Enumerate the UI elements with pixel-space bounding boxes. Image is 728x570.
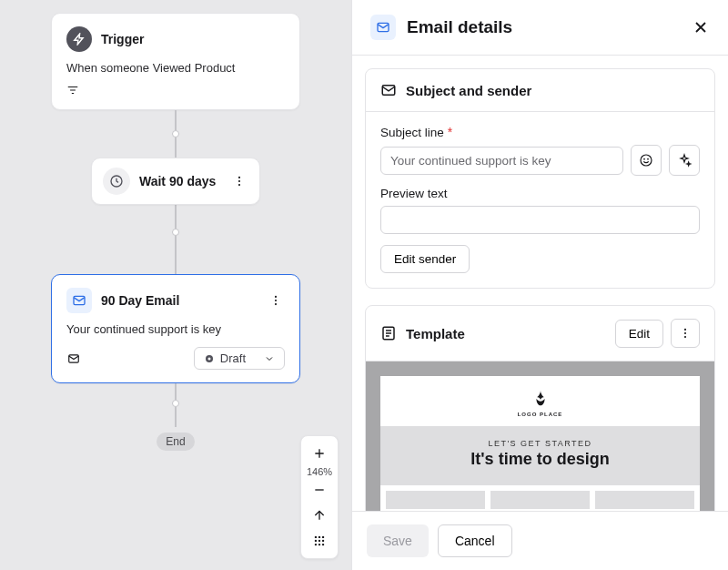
svg-point-2 [238,180,240,182]
svg-point-3 [238,184,240,186]
zoom-in-button[interactable] [301,441,338,466]
svg-point-13 [322,536,324,538]
panel-title: Email details [407,17,512,37]
connector-dot [172,130,179,137]
logo-icon [529,389,552,409]
svg-point-22 [641,155,652,166]
svg-point-14 [315,540,317,542]
required-indicator: * [448,125,452,139]
svg-point-18 [318,544,320,545]
email-node-subtitle: Your continued support is key [66,322,285,336]
mail-icon [370,15,396,40]
template-kicker: LET'S GET STARTED [380,439,700,448]
card-title: Template [406,326,465,341]
trigger-title: Trigger [101,32,144,46]
zoom-controls: 146% [300,435,339,559]
grid-button[interactable] [301,528,338,554]
connector-dot [172,229,179,236]
svg-point-11 [315,536,317,538]
svg-point-17 [315,544,317,545]
svg-point-23 [644,158,645,159]
chevron-down-icon [264,353,275,364]
preview-label: Preview text [380,187,448,200]
template-preview: LOGO PLACE LET'S GET STARTED It's time t… [366,361,714,511]
card-title: Subject and sender [406,83,531,98]
lightning-icon [66,26,92,52]
mail-outline-icon [380,82,397,98]
edit-sender-button[interactable]: Edit sender [380,245,470,273]
template-card: Template Edit LOGO PLACE LET'S GET START… [365,305,715,511]
zoom-percent: 146% [307,466,332,477]
svg-point-15 [318,540,320,542]
ai-sparkle-button[interactable] [669,145,700,176]
filter-icon[interactable] [66,84,285,97]
wait-label: Wait 90 days [139,174,216,188]
clock-icon [103,168,130,195]
mail-icon [66,288,92,313]
email-node-menu-button[interactable] [267,291,285,310]
email-node-title: 90 Day Email [101,293,179,308]
email-node-selected[interactable]: 90 Day Email Your continued support is k… [51,274,300,383]
svg-point-26 [684,329,686,331]
emoji-button[interactable] [631,145,662,176]
svg-point-12 [318,536,320,538]
status-dropdown[interactable]: Draft [194,347,285,370]
logo-text: LOGO PLACE [518,412,563,417]
svg-point-19 [322,544,324,545]
wait-menu-button[interactable] [230,172,248,190]
wait-node[interactable]: Wait 90 days [91,158,260,205]
svg-point-7 [275,303,277,305]
subject-sender-card: Subject and sender Subject line * [365,68,715,289]
svg-point-27 [684,332,686,334]
subject-label: Subject line [380,126,444,139]
svg-point-6 [275,300,277,301]
save-button[interactable]: Save [367,524,429,557]
flow-canvas[interactable]: Trigger When someone Viewed Product Wait… [0,0,351,570]
trigger-subtitle: When someone Viewed Product [66,61,285,75]
svg-point-1 [238,177,240,178]
end-node: End [157,433,194,451]
fit-button[interactable] [301,503,338,528]
svg-point-10 [207,357,210,360]
draft-icon [204,353,215,364]
subject-input[interactable] [380,147,623,175]
cancel-button[interactable]: Cancel [438,524,512,557]
mail-outline-icon [66,352,81,365]
edit-template-button[interactable]: Edit [615,320,663,348]
svg-point-24 [648,158,649,159]
status-label: Draft [220,351,246,365]
svg-point-5 [275,296,277,298]
connector-dot [172,400,179,407]
details-panel: Email details Subject and sender Subject… [351,0,728,570]
svg-point-16 [322,540,324,542]
trigger-node[interactable]: Trigger When someone Viewed Product [51,13,300,110]
svg-point-28 [684,336,686,338]
template-icon [380,325,397,341]
template-menu-button[interactable] [671,319,700,348]
close-icon[interactable] [692,18,710,36]
template-headline: It's time to design [380,450,700,469]
zoom-out-button[interactable] [301,477,338,503]
preview-input[interactable] [380,206,700,234]
